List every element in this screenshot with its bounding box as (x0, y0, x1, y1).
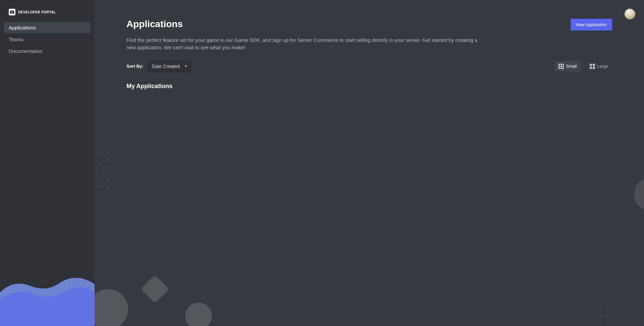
svg-point-2 (108, 153, 109, 154)
logo[interactable]: DEVELOPER PORTAL (0, 0, 95, 22)
svg-point-16 (102, 187, 103, 188)
svg-point-8 (108, 167, 109, 168)
svg-point-29 (600, 309, 601, 310)
sidebar-nav: Applications Teams Documentation (0, 22, 95, 57)
svg-point-30 (607, 309, 608, 310)
svg-point-7 (102, 167, 103, 168)
sidebar-item-label: Applications (9, 25, 36, 30)
svg-rect-21 (141, 275, 169, 304)
svg-point-37 (600, 316, 601, 317)
svg-point-35 (587, 316, 588, 317)
svg-point-24 (567, 309, 568, 310)
discord-icon (9, 9, 15, 15)
page-description: Find the perfect feature set for your ga… (126, 37, 479, 51)
chevron-down-icon (184, 65, 187, 67)
svg-point-11 (108, 173, 109, 174)
svg-point-14 (108, 180, 109, 181)
svg-point-15 (97, 187, 98, 188)
svg-point-22 (95, 289, 128, 326)
sidebar-item-applications[interactable]: Applications (4, 22, 91, 33)
sort-container: Sort By: Date Created (126, 61, 191, 72)
svg-point-5 (108, 160, 109, 161)
page-title: Applications (126, 19, 183, 29)
view-large-label: Large (597, 64, 608, 69)
svg-point-1 (102, 153, 103, 154)
grid-large-icon (590, 64, 595, 69)
svg-point-18 (97, 193, 98, 194)
svg-point-0 (97, 153, 98, 154)
section-title: My Applications (126, 83, 612, 90)
svg-point-31 (613, 309, 614, 310)
sort-select[interactable]: Date Created (148, 61, 191, 72)
svg-point-45 (600, 322, 601, 323)
svg-point-20 (108, 193, 109, 194)
sidebar: DEVELOPER PORTAL Applications Teams Docu… (0, 0, 95, 326)
svg-point-6 (97, 167, 98, 168)
svg-point-44 (593, 322, 594, 323)
content-container: Applications New Application Find the pe… (95, 0, 644, 109)
main-content: Applications New Application Find the pe… (95, 0, 644, 326)
svg-point-36 (593, 316, 594, 317)
svg-point-42 (580, 322, 581, 323)
view-large-button[interactable]: Large (586, 61, 612, 72)
svg-point-39 (613, 316, 614, 317)
sort-label: Sort By: (126, 64, 144, 69)
avatar[interactable] (625, 9, 635, 19)
svg-point-4 (102, 160, 103, 161)
sort-select-value: Date Created (152, 64, 180, 69)
view-small-button[interactable]: Small (554, 61, 581, 72)
svg-point-27 (587, 309, 588, 310)
logo-text: DEVELOPER PORTAL (18, 10, 56, 14)
svg-point-19 (102, 193, 103, 194)
toolbar: Sort By: Date Created Small (126, 61, 612, 72)
svg-point-48 (634, 178, 644, 211)
svg-point-3 (97, 160, 98, 161)
svg-point-23 (185, 303, 212, 326)
view-small-label: Small (566, 64, 577, 69)
sidebar-item-label: Teams (9, 37, 23, 42)
svg-point-10 (102, 173, 103, 174)
svg-point-12 (97, 180, 98, 181)
bg-decoration-dots-left (95, 151, 111, 198)
sidebar-wave-decoration (0, 232, 95, 326)
svg-point-41 (573, 322, 574, 323)
svg-point-40 (567, 322, 568, 323)
svg-point-34 (580, 316, 581, 317)
bg-decoration-circle-right (631, 174, 644, 214)
sidebar-item-documentation[interactable]: Documentation (4, 46, 91, 57)
page-header: Applications New Application (126, 19, 612, 30)
svg-point-9 (97, 173, 98, 174)
bg-decoration-dots-right (564, 306, 624, 326)
svg-point-13 (102, 180, 103, 181)
grid-small-icon (558, 64, 564, 69)
svg-point-47 (613, 322, 614, 323)
new-application-button[interactable]: New Application (571, 19, 612, 30)
svg-point-25 (573, 309, 574, 310)
svg-point-33 (573, 316, 574, 317)
svg-point-46 (607, 322, 608, 323)
svg-point-26 (580, 309, 581, 310)
svg-point-28 (593, 309, 594, 310)
svg-point-32 (567, 316, 568, 317)
bg-decoration-shapes-bottom (95, 242, 229, 326)
view-toggle: Small Large (554, 61, 612, 72)
svg-point-17 (108, 187, 109, 188)
svg-point-43 (587, 322, 588, 323)
svg-point-38 (607, 316, 608, 317)
sidebar-item-label: Documentation (9, 48, 43, 54)
sidebar-item-teams[interactable]: Teams (4, 34, 91, 45)
